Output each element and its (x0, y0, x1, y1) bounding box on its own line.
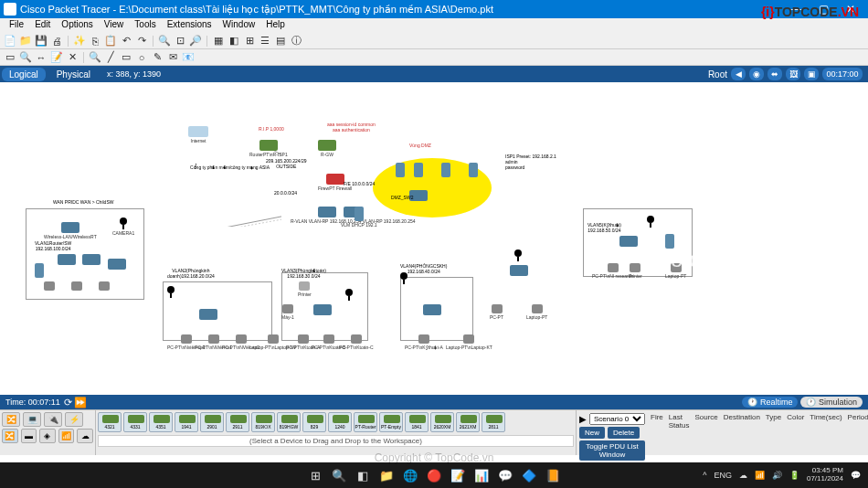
wireless-subcategory[interactable]: 📶 (58, 429, 75, 443)
device-1240[interactable]: 1240 (328, 412, 352, 432)
delete-tool-icon[interactable]: ✕ (66, 51, 79, 64)
pc-c4-1[interactable]: PC-PT\nKỹthuật-A (405, 334, 443, 350)
switch-c4[interactable] (423, 304, 441, 315)
search-icon[interactable]: 🔍 (330, 466, 348, 484)
realtime-mode-button[interactable]: 🕐 Realtime (742, 397, 798, 408)
device-4321[interactable]: 4321 (98, 412, 122, 432)
hand-tool-icon[interactable]: 🔍 (19, 51, 32, 64)
device-ptrouter[interactable]: PT-Router (354, 412, 377, 432)
redo-icon[interactable]: ↷ (135, 35, 148, 48)
logical-tab[interactable]: Logical (2, 68, 46, 81)
set-background-icon[interactable]: 🖼 (786, 68, 800, 80)
routers-subcategory[interactable]: 🔀 (2, 429, 18, 443)
switches-subcategory[interactable]: ▬ (21, 429, 37, 443)
move-object-icon[interactable]: ⬌ (767, 68, 782, 80)
paste-icon[interactable]: 📋 (104, 35, 117, 48)
select-tool-icon[interactable]: ▭ (4, 51, 16, 64)
fast-forward-icon[interactable]: ⏩ (74, 397, 87, 408)
start-button[interactable]: ⊞ (306, 466, 324, 484)
device-819hgw[interactable]: 819HGW (277, 412, 301, 432)
device-2621xm[interactable]: 2621XM (456, 412, 480, 432)
menu-extensions[interactable]: Extensions (162, 18, 217, 33)
word-icon[interactable]: 📝 (449, 466, 467, 484)
hubs-subcategory[interactable]: ◈ (39, 429, 56, 443)
new-scenario-button[interactable]: New (579, 427, 605, 439)
camera-device-1[interactable]: CAMERA1 (112, 217, 134, 236)
list-icon[interactable]: ☰ (259, 35, 271, 48)
device-1941[interactable]: 1941 (175, 412, 198, 432)
camera-device-3[interactable] (345, 289, 353, 301)
components-category[interactable]: 🔌 (44, 412, 62, 427)
custom-device-icon[interactable]: ◧ (228, 35, 240, 48)
security-subcategory[interactable]: ☁ (77, 429, 93, 443)
switch-c5[interactable] (619, 236, 638, 247)
zalo-icon[interactable]: 💬 (496, 466, 514, 484)
root-label[interactable]: Root (708, 69, 727, 80)
menu-help[interactable]: Help (260, 18, 291, 33)
device-2620xm[interactable]: 2620XM (430, 412, 454, 432)
menu-file[interactable]: File (4, 18, 29, 33)
powerpoint-icon[interactable]: 📙 (544, 466, 562, 484)
draw-line-icon[interactable]: ╱ (104, 51, 117, 64)
delete-scenario-button[interactable]: Delete (608, 427, 640, 439)
task-view-icon[interactable]: ◧ (354, 466, 372, 484)
add-complex-pdu-icon[interactable]: 📧 (182, 51, 195, 64)
device-2811[interactable]: 2811 (482, 412, 505, 432)
undo-icon[interactable]: ↶ (120, 35, 132, 48)
onedrive-icon[interactable]: ☁ (739, 471, 747, 480)
pc-c1-3[interactable] (99, 281, 110, 291)
move-tool-icon[interactable]: ↔ (35, 51, 48, 64)
new-file-icon[interactable]: 📄 (4, 35, 16, 48)
server-core[interactable]: VLM DHCP 192.1 (341, 207, 377, 228)
server-dmz1[interactable] (396, 163, 405, 177)
edge-icon[interactable]: 🌐 (401, 466, 419, 484)
router-isp[interactable]: RouterPT\nR-ISP1 (249, 140, 288, 157)
draw-palette-icon[interactable]: ▦ (212, 35, 225, 48)
switch-c1-2[interactable] (82, 254, 101, 265)
scenario-arrow-icon[interactable]: ▶ (579, 414, 587, 424)
chrome-icon[interactable]: 🔴 (425, 466, 443, 484)
battery-icon[interactable]: 🔋 (789, 471, 799, 480)
device-819iox[interactable]: 819IOX (251, 412, 275, 432)
connections-category[interactable]: ⚡ (65, 412, 83, 427)
workspace-canvas[interactable]: TopCode.vn (0, 82, 868, 395)
clock-widget[interactable]: 03:45 PM 07/11/2024 (807, 467, 843, 483)
nav-back-icon[interactable]: ◀ (731, 68, 746, 80)
pc-c5a-1[interactable]: PC-PT (490, 304, 503, 320)
device-2911[interactable]: 2911 (226, 412, 249, 432)
switch-c3[interactable] (313, 304, 332, 315)
camera-device-4[interactable] (400, 272, 408, 284)
table-icon[interactable]: ⊞ (243, 35, 256, 48)
explorer-icon[interactable]: 📁 (377, 466, 396, 484)
core-switch-2[interactable] (318, 207, 336, 217)
server-dmz4[interactable] (469, 163, 478, 177)
toggle-pdu-button[interactable]: Toggle PDU List Window (579, 440, 645, 461)
pc-c1-2[interactable] (71, 281, 82, 291)
camera-device-5[interactable] (514, 249, 522, 261)
wizard-icon[interactable]: ✨ (73, 35, 86, 48)
menu-tools[interactable]: Tools (129, 18, 161, 33)
save-icon[interactable]: 💾 (35, 35, 48, 48)
pc-c4-2[interactable]: Laptop-PT\nLaptop-KT (446, 334, 492, 350)
router-gateway[interactable]: R-GW (318, 140, 336, 157)
device-2901[interactable]: 2901 (200, 412, 224, 432)
draw-rect-icon[interactable]: ▭ (120, 51, 132, 64)
simulation-mode-button[interactable]: 🕐 Simulation (800, 397, 863, 408)
device-4331[interactable]: 4331 (123, 412, 147, 432)
pc-c1-1[interactable] (44, 281, 55, 291)
excel-icon[interactable]: 📊 (472, 466, 491, 484)
scenario-select[interactable]: Scenario 0 (589, 413, 645, 425)
pc-c5-3[interactable]: Laptop-PT (665, 263, 686, 279)
switch-c1-1[interactable] (58, 254, 76, 265)
place-note-icon[interactable]: 📝 (50, 51, 63, 64)
open-file-icon[interactable]: 📁 (19, 35, 32, 48)
zoom-in-icon[interactable]: 🔍 (158, 35, 171, 48)
power-cycle-icon[interactable]: ⟳ (64, 397, 72, 408)
menu-edit[interactable]: Edit (29, 18, 56, 33)
end-devices-category[interactable]: 💻 (23, 412, 41, 427)
access-point-1[interactable]: Wireless-LAN/WirelessRT (44, 222, 97, 239)
volume-icon[interactable]: 🔊 (772, 471, 782, 480)
notification-icon[interactable]: 💬 (851, 471, 861, 480)
pc-c5-2[interactable]: Printer (629, 263, 642, 279)
viewport-icon[interactable]: ▣ (804, 68, 819, 80)
